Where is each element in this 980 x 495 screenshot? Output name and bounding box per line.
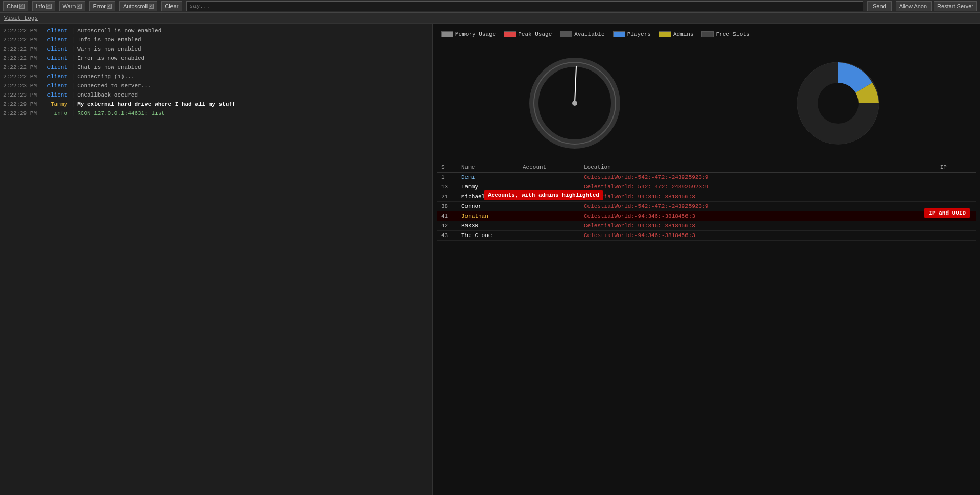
warn-button[interactable]: Warn — [59, 1, 86, 11]
legend-item: Available — [560, 31, 604, 37]
table-row[interactable]: 38ConnorCelestialWorld:-542:-472:-243925… — [437, 202, 976, 211]
log-line: 2:22:22 PMclient|Info is now enabled — [0, 35, 432, 44]
legend-label: Admins — [673, 31, 694, 37]
cell-num: 21 — [437, 192, 457, 202]
info-label: Info — [36, 3, 45, 9]
log-time: 2:22:23 PM — [3, 91, 44, 99]
right-panel: Memory UsagePeak UsageAvailablePlayersAd… — [433, 24, 980, 495]
log-line: 2:22:29 PMinfo|RCON 127.0.0.1:44631: lis… — [0, 109, 432, 118]
legend-color-box — [504, 31, 516, 37]
cell-num: 38 — [437, 202, 457, 211]
charts-row — [433, 44, 980, 162]
cell-location: CelestialWorld:-94:346:-3818456:3 — [580, 192, 936, 202]
cell-ip — [936, 173, 976, 182]
cell-num: 41 — [437, 211, 457, 221]
cell-ip — [936, 192, 976, 202]
log-source: Tammy — [44, 100, 69, 108]
cell-ip — [936, 182, 976, 192]
visit-logs-link[interactable]: Visit Logs — [4, 15, 38, 21]
player-table-container: $ Name Account Location IP 1DemiCelestia… — [433, 162, 980, 241]
send-button[interactable]: Send — [867, 1, 892, 11]
clear-button[interactable]: Clear — [161, 1, 182, 11]
log-message: My external hard drive where I had all m… — [77, 100, 235, 108]
legend-label: Players — [627, 31, 651, 37]
log-source: client — [44, 91, 69, 99]
log-message: Chat is now enabled — [77, 63, 141, 72]
cell-location: CelestialWorld:-542:-472:-243925923:9 — [580, 182, 936, 192]
cell-num: 43 — [437, 231, 457, 241]
table-row[interactable]: 41JonathanCelestialWorld:-94:346:-381845… — [437, 211, 976, 221]
table-row[interactable]: 1DemiCelestialWorld:-542:-472:-243925923… — [437, 173, 976, 182]
table-row[interactable]: 43The CloneCelestialWorld:-94:346:-38184… — [437, 231, 976, 241]
svg-point-5 — [818, 83, 859, 124]
log-line: 2:22:29 PMTammy|My external hard drive w… — [0, 100, 432, 109]
log-source: info — [44, 109, 69, 117]
log-line: 2:22:23 PMclient|OnCallback occured — [0, 90, 432, 100]
legend-color-box — [701, 31, 714, 37]
warn-checkbox-icon — [77, 4, 82, 9]
cell-ip — [936, 221, 976, 231]
chat-label: Chat — [7, 3, 18, 9]
log-time: 2:22:22 PM — [3, 73, 44, 81]
stats-bar: Memory UsagePeak UsageAvailablePlayersAd… — [433, 24, 980, 44]
log-source: client — [44, 82, 69, 90]
cell-name: The Clone — [457, 231, 519, 241]
col-header-ip: IP — [936, 162, 976, 173]
log-time: 2:22:22 PM — [3, 63, 44, 72]
svg-line-2 — [575, 66, 576, 103]
right-toolbar: Allow Anon Restart Server — [896, 1, 977, 11]
error-label: Error — [93, 3, 105, 9]
players-chart — [787, 52, 889, 154]
cell-ip — [936, 211, 976, 221]
table-row[interactable]: 21MichaelCelestialWorld:-94:346:-3818456… — [437, 192, 976, 202]
svg-point-3 — [572, 101, 577, 106]
log-line: 2:22:22 PMclient|Warn is now enabled — [0, 44, 432, 54]
legend-color-box — [613, 31, 625, 37]
legend-item: Admins — [659, 31, 694, 37]
error-button[interactable]: Error — [89, 1, 115, 11]
cell-ip — [936, 231, 976, 241]
col-header-account: Account — [519, 162, 580, 173]
table-header-row: $ Name Account Location IP — [437, 162, 976, 173]
log-source: client — [44, 27, 69, 35]
restart-server-button[interactable]: Restart Server — [934, 1, 977, 11]
col-header-name: Name — [457, 162, 519, 173]
chat-checkbox-icon — [19, 4, 24, 9]
allow-anon-button[interactable]: Allow Anon — [896, 1, 932, 11]
autoscroll-button[interactable]: Autoscroll — [119, 1, 157, 11]
log-time: 2:22:22 PM — [3, 45, 44, 53]
log-message: Connected to server... — [77, 82, 151, 90]
cell-location: CelestialWorld:-94:346:-3818456:3 — [580, 221, 936, 231]
legend-label: Free Slots — [716, 31, 749, 37]
cell-ip — [936, 202, 976, 211]
cell-account — [519, 231, 580, 241]
cell-name: Connor — [457, 202, 519, 211]
log-message: OnCallback occured — [77, 91, 138, 99]
legend-item: Memory Usage — [441, 31, 496, 37]
log-message: RCON 127.0.0.1:44631: list — [77, 109, 165, 117]
table-row[interactable]: 13TammyCelestialWorld:-542:-472:-2439259… — [437, 182, 976, 192]
log-source: client — [44, 54, 69, 62]
cell-account — [519, 192, 580, 202]
legend-label: Available — [574, 31, 604, 37]
info-checkbox-icon — [46, 4, 52, 9]
chat-panel: 2:22:22 PMclient|Autoscroll is now enabl… — [0, 24, 433, 495]
legend-item: Peak Usage — [504, 31, 552, 37]
chat-button[interactable]: Chat — [3, 1, 28, 11]
col-header-location: Location — [580, 162, 936, 173]
info-button[interactable]: Info — [32, 1, 55, 11]
cell-name: Demi — [457, 173, 519, 182]
player-tbody: 1DemiCelestialWorld:-542:-472:-243925923… — [437, 173, 976, 241]
cell-name: Jonathan — [457, 211, 519, 221]
main-layout: 2:22:22 PMclient|Autoscroll is now enabl… — [0, 24, 980, 495]
table-row[interactable]: 42BNK3RCelestialWorld:-94:346:-3818456:3 — [437, 221, 976, 231]
legend-color-box — [659, 31, 671, 37]
legend-item: Free Slots — [701, 31, 749, 37]
toolbar: Chat Info Warn Error Autoscroll Clear Se… — [0, 0, 980, 13]
log-source: client — [44, 73, 69, 81]
send-label: Send — [873, 3, 886, 9]
say-input[interactable] — [186, 1, 863, 11]
legend-color-box — [441, 31, 453, 37]
legend-label: Memory Usage — [455, 31, 496, 37]
memory-chart — [524, 52, 626, 154]
